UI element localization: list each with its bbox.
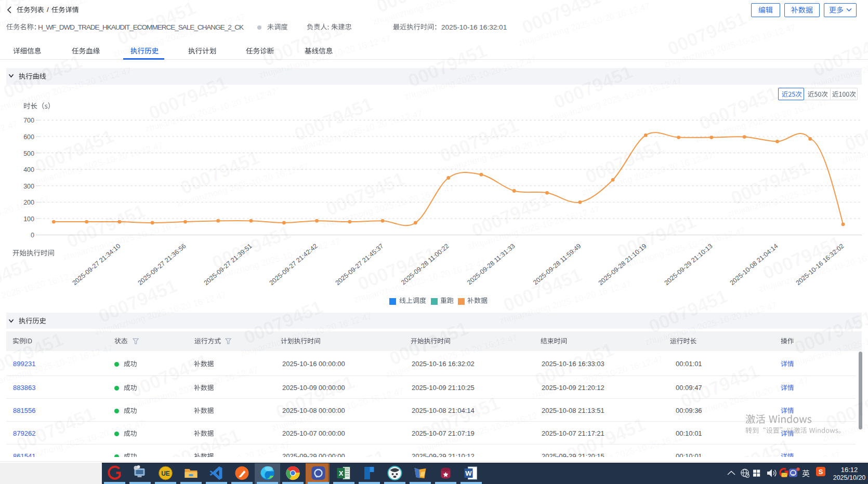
svg-text:00079451: 00079451 (519, 0, 603, 38)
svg-text:00079451: 00079451 (0, 253, 35, 305)
svg-text:zhujianzhong 2025-10-20 16:12:: zhujianzhong 2025-10-20 16:12:47 (517, 1, 651, 48)
svg-text:W: W (465, 469, 472, 477)
svg-text:UE: UE (161, 470, 170, 477)
svg-text:00079451: 00079451 (646, 285, 730, 337)
svg-text:S: S (819, 468, 823, 476)
svg-text:00079451: 00079451 (373, 0, 458, 17)
svg-text:zhujianzhong 2025-10-20 16:12:: zhujianzhong 2025-10-20 16:12:47 (0, 268, 82, 316)
svg-text:zhujianzhong 2025-10-20 16:12:: zhujianzhong 2025-10-20 16:12:47 (663, 22, 797, 70)
svg-text:00079451: 00079451 (664, 7, 749, 59)
svg-text:X: X (339, 469, 344, 477)
